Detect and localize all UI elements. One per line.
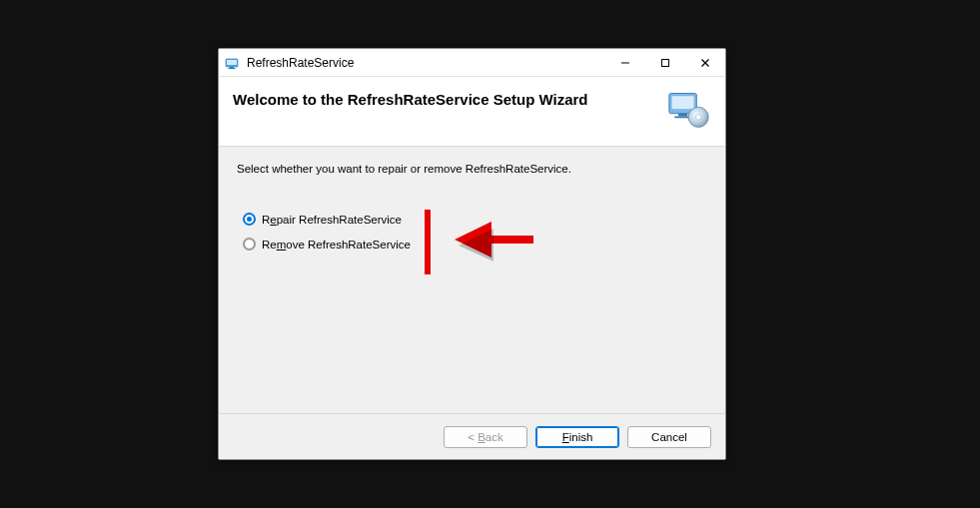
- radio-remove-label: Remove RefreshRateService: [262, 239, 411, 251]
- instruction-text: Select whether you want to repair or rem…: [237, 163, 707, 175]
- installer-dialog: RefreshRateService Welcome to the Refres…: [218, 48, 726, 460]
- wizard-body: Select whether you want to repair or rem…: [219, 147, 725, 413]
- maximize-button[interactable]: [645, 50, 685, 76]
- svg-rect-10: [678, 114, 687, 117]
- radio-repair[interactable]: Repair RefreshRateService: [243, 213, 707, 226]
- svg-point-13: [695, 115, 701, 121]
- options-group: Repair RefreshRateService Remove Refresh…: [243, 213, 707, 262]
- svg-rect-1: [227, 60, 237, 65]
- titlebar: RefreshRateService: [219, 49, 725, 77]
- svg-rect-3: [229, 68, 236, 69]
- minimize-button[interactable]: [605, 50, 645, 76]
- close-button[interactable]: [685, 50, 725, 76]
- back-button: < Back: [444, 426, 527, 448]
- svg-rect-5: [662, 59, 669, 66]
- cancel-button[interactable]: Cancel: [627, 426, 711, 448]
- window-title: RefreshRateService: [247, 56, 605, 70]
- app-icon: [225, 55, 241, 71]
- radio-remove-input[interactable]: [243, 238, 256, 251]
- finish-button[interactable]: Finish: [535, 426, 619, 448]
- radio-repair-input[interactable]: [243, 213, 256, 226]
- setup-icon: [667, 89, 711, 131]
- svg-rect-9: [672, 96, 694, 109]
- radio-repair-label: Repair RefreshRateService: [262, 214, 402, 226]
- wizard-heading: Welcome to the RefreshRateService Setup …: [233, 91, 588, 108]
- window-controls: [605, 50, 725, 76]
- wizard-footer: < Back Finish Cancel: [219, 413, 725, 459]
- radio-remove[interactable]: Remove RefreshRateService: [243, 238, 707, 251]
- wizard-header: Welcome to the RefreshRateService Setup …: [219, 77, 725, 147]
